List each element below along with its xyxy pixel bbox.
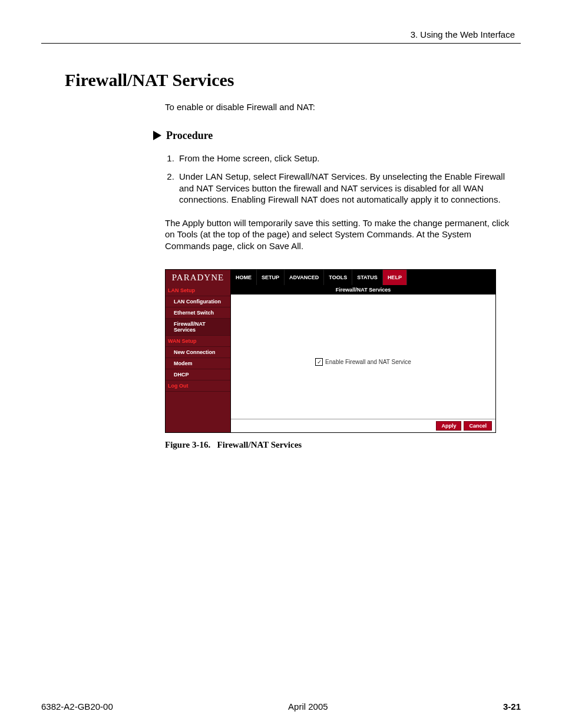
sidebar-ethernet-switch[interactable]: Ethernet Switch (166, 307, 230, 319)
apply-button[interactable]: Apply (436, 421, 461, 431)
sidebar-log-out[interactable]: Log Out (166, 380, 230, 392)
sidebar-firewall-nat[interactable]: Firewall/NAT Services (166, 319, 230, 336)
footer-date: April 2005 (288, 701, 328, 712)
cancel-button[interactable]: Cancel (464, 421, 492, 431)
header-rule (41, 43, 521, 44)
intro-paragraph: To enable or disable Firewall and NAT: (165, 102, 515, 113)
enable-firewall-checkbox[interactable]: ✓ (315, 358, 323, 366)
sidebar-modem[interactable]: Modem (166, 358, 230, 369)
figure-caption: Figure 3-16. Firewall/NAT Services (165, 440, 521, 450)
screenshot-content: Firewall/NAT Services ✓ Enable Firewall … (231, 285, 495, 432)
tab-advanced[interactable]: ADVANCED (285, 270, 324, 285)
embedded-screenshot: PARADYNE HOME SETUP ADVANCED TOOLS STATU… (165, 269, 496, 433)
caption-text: Firewall/NAT Services (217, 440, 302, 449)
tab-home[interactable]: HOME (231, 270, 257, 285)
procedure-label: Procedure (166, 130, 213, 142)
triangle-icon (153, 131, 161, 140)
screenshot-topbar: PARADYNE HOME SETUP ADVANCED TOOLS STATU… (166, 270, 495, 285)
sidebar-dhcp[interactable]: DHCP (166, 369, 230, 380)
note-paragraph: The Apply button will temporarily save t… (165, 217, 515, 252)
footer-page-number: 3-21 (503, 701, 521, 712)
sidebar-wan-setup[interactable]: WAN Setup (166, 336, 230, 347)
running-header: 3. Using the Web Interface (41, 29, 521, 39)
sidebar-lan-configuration[interactable]: LAN Configuration (166, 296, 230, 307)
footer-doc-id: 6382-A2-GB20-00 (41, 701, 113, 712)
pane-title: Firewall/NAT Services (231, 285, 495, 294)
procedure-steps: From the Home screen, click Setup. Under… (177, 153, 515, 206)
caption-prefix: Figure 3-16. (165, 440, 210, 449)
page-title: Firewall/NAT Services (65, 70, 521, 90)
page-footer: 6382-A2-GB20-00 April 2005 3-21 (41, 701, 521, 712)
sidebar-lan-setup[interactable]: LAN Setup (166, 285, 230, 296)
brand-logo: PARADYNE (166, 270, 231, 285)
tab-tools[interactable]: TOOLS (324, 270, 352, 285)
sidebar-new-connection[interactable]: New Connection (166, 347, 230, 358)
step-1: From the Home screen, click Setup. (177, 153, 515, 164)
screenshot-sidebar: LAN Setup LAN Configuration Ethernet Swi… (166, 285, 231, 432)
enable-firewall-label: Enable Firewall and NAT Service (325, 359, 411, 365)
top-tabs: HOME SETUP ADVANCED TOOLS STATUS HELP (231, 270, 407, 285)
enable-firewall-row: ✓ Enable Firewall and NAT Service (315, 305, 411, 419)
tab-help[interactable]: HELP (383, 270, 407, 285)
procedure-heading: Procedure (153, 130, 521, 142)
step-2: Under LAN Setup, select Firewall/NAT Ser… (177, 171, 515, 206)
pane-footer: Apply Cancel (231, 419, 495, 432)
tab-status[interactable]: STATUS (352, 270, 383, 285)
tab-setup[interactable]: SETUP (257, 270, 285, 285)
